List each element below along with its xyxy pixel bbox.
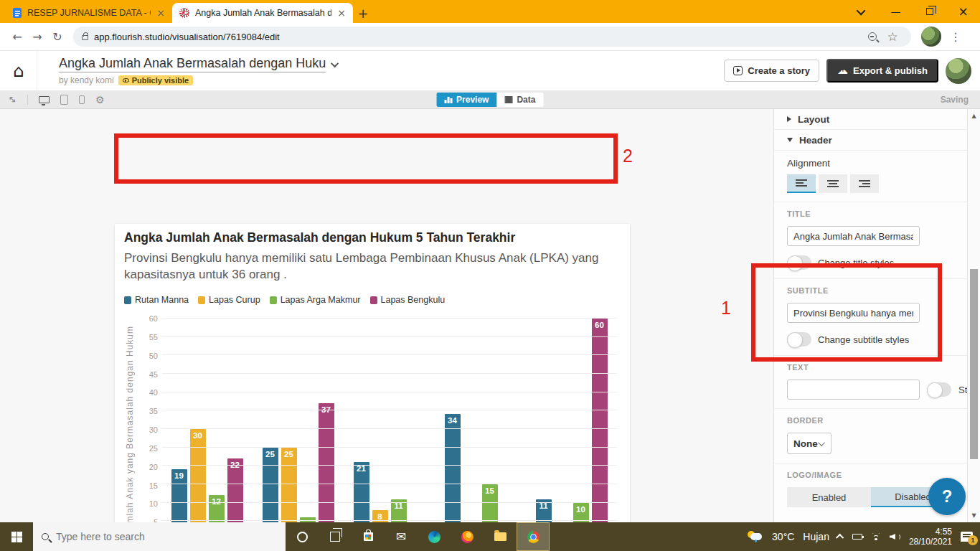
project-block: Angka Jumlah Anak Bermasalah dengan Huku… xyxy=(59,56,339,85)
firefox-icon xyxy=(461,531,473,543)
bar-slot: 11 xyxy=(391,319,407,540)
tab-close-icon[interactable]: × xyxy=(337,7,346,19)
subtitle-styles-toggle[interactable] xyxy=(787,332,811,347)
browser-menu-icon[interactable]: ⋮ xyxy=(946,27,966,47)
bar-2016-Lapas Bengkulu[interactable]: 37 xyxy=(319,403,334,540)
bar-group: 21811 xyxy=(344,319,435,540)
clock[interactable]: 4:55 28/10/2021 xyxy=(909,527,952,547)
search-input[interactable] xyxy=(56,531,277,542)
project-title[interactable]: Angka Jumlah Anak Bermasalah dengan Huku xyxy=(59,56,326,72)
weather-icon[interactable] xyxy=(748,531,763,542)
gridline xyxy=(161,484,617,484)
fullscreen-icon[interactable]: ↔ xyxy=(6,93,19,105)
home-button[interactable]: ⌂ xyxy=(0,51,37,90)
text-input[interactable] xyxy=(787,380,920,400)
reload-icon[interactable]: ↻ xyxy=(47,27,67,47)
restore-button[interactable] xyxy=(913,0,946,23)
url-text[interactable]: app.flourish.studio/visualisation/761908… xyxy=(94,32,862,42)
bar-2019-Lapas Bengkulu[interactable]: 60 xyxy=(592,319,608,540)
export-publish-button[interactable]: ☁ Export & publish xyxy=(826,59,938,83)
scrollbar-thumb[interactable] xyxy=(970,269,978,459)
bar-slot xyxy=(555,319,570,540)
gridline xyxy=(161,318,617,319)
padlock-icon[interactable] xyxy=(82,35,88,40)
zoom-out-icon[interactable] xyxy=(868,32,877,41)
taskbar-search[interactable] xyxy=(33,522,286,551)
text-section: TEXT Styling xyxy=(774,356,967,409)
y-tick-label: 60 xyxy=(149,314,158,323)
tab-preview[interactable]: Preview xyxy=(437,93,497,107)
notification-icon[interactable]: 1 xyxy=(961,532,973,542)
volume-button[interactable] xyxy=(890,534,900,540)
title-styles-toggle[interactable] xyxy=(787,255,811,270)
align-right-button[interactable] xyxy=(850,174,879,193)
browser-toolbar: ← → ↻ app.flourish.studio/visualisation/… xyxy=(0,23,980,51)
new-tab-button[interactable]: + xyxy=(353,3,373,23)
forward-icon[interactable]: → xyxy=(27,27,47,47)
tab-flourish-active[interactable]: Angka Jumlah Anak Bermasalah d × xyxy=(172,3,353,23)
browser-profile-avatar[interactable] xyxy=(921,27,941,47)
weather-text[interactable]: Hujan xyxy=(803,531,829,542)
settings-sidebar: Layout Header Alignment TITLE Change tit… xyxy=(773,109,967,522)
user-avatar[interactable] xyxy=(946,58,971,84)
bookmark-star-icon[interactable]: ☆ xyxy=(882,27,903,47)
chrome-button[interactable] xyxy=(517,522,550,551)
bar-value-label: 10 xyxy=(573,505,589,514)
tab-data[interactable]: Data xyxy=(496,93,543,107)
visibility-badge[interactable]: Publicly visible xyxy=(118,75,193,85)
panel-scrollbar[interactable]: ▲ ▼ xyxy=(967,109,980,522)
tab-resep-jurnalisme[interactable]: RESEP JURNALISME DATA - Goog × xyxy=(6,3,172,23)
align-left-icon xyxy=(796,179,807,187)
scroll-down-icon[interactable]: ▼ xyxy=(968,512,980,519)
task-view-button[interactable] xyxy=(319,522,352,551)
expanded-triangle-icon xyxy=(787,138,793,142)
desktop-preview-icon[interactable] xyxy=(39,96,50,103)
title-input[interactable] xyxy=(787,226,920,246)
bar-slot: 11 xyxy=(536,319,552,540)
temperature-text[interactable]: 30°C xyxy=(772,531,794,542)
border-select[interactable]: None xyxy=(787,433,831,454)
legend-swatch xyxy=(270,296,277,304)
legend-item[interactable]: Lapas Bengkulu xyxy=(370,295,446,305)
create-story-button[interactable]: Create a story xyxy=(724,60,819,82)
wifi-icon[interactable] xyxy=(871,533,881,540)
align-center-button[interactable] xyxy=(819,174,847,193)
tray-overflow-icon[interactable] xyxy=(836,534,844,542)
annotation-number-2: 2 xyxy=(623,146,633,166)
section-layout[interactable]: Layout xyxy=(774,109,967,130)
alignment-section: Alignment xyxy=(774,151,967,202)
firefox-button[interactable] xyxy=(451,522,484,551)
store-button[interactable] xyxy=(352,522,385,551)
chevron-down-icon[interactable] xyxy=(331,59,339,67)
back-icon[interactable]: ← xyxy=(7,27,27,47)
align-left-button[interactable] xyxy=(787,174,816,193)
minimize-button[interactable]: — xyxy=(879,0,913,23)
battery-icon[interactable] xyxy=(852,534,862,540)
url-bar[interactable]: app.flourish.studio/visualisation/761908… xyxy=(73,27,911,47)
gear-icon[interactable]: ⚙ xyxy=(95,95,105,105)
bar-value-label: 19 xyxy=(171,471,187,480)
file-explorer-button[interactable] xyxy=(484,522,517,551)
edge-button[interactable] xyxy=(418,522,451,551)
scroll-up-icon[interactable]: ▲ xyxy=(968,113,980,119)
eye-icon xyxy=(123,78,129,83)
legend-item[interactable]: Lapas Arga Makmur xyxy=(270,295,361,305)
close-button[interactable]: × xyxy=(946,0,980,23)
subtitle-input[interactable] xyxy=(787,303,920,323)
tab-search-chevron-icon[interactable] xyxy=(845,0,879,23)
start-button[interactable] xyxy=(0,522,33,551)
legend-item[interactable]: Rutan Manna xyxy=(124,295,189,305)
section-header[interactable]: Header xyxy=(774,130,967,151)
phone-preview-icon[interactable] xyxy=(79,95,85,104)
logo-enabled-button[interactable]: Enabled xyxy=(787,487,871,507)
styling-toggle[interactable] xyxy=(927,382,951,397)
cortana-button[interactable] xyxy=(286,522,319,551)
tablet-preview-icon[interactable] xyxy=(60,95,68,105)
tab-title: Angka Jumlah Anak Bermasalah d xyxy=(195,8,331,18)
title-section: TITLE Change title styles xyxy=(774,202,967,279)
help-button[interactable]: ? xyxy=(928,478,966,515)
mail-button[interactable]: ✉ xyxy=(385,522,418,551)
plot-area: 19301222252537218113415111060 xyxy=(161,319,617,541)
tab-close-icon[interactable]: × xyxy=(156,7,165,19)
legend-item[interactable]: Lapas Curup xyxy=(198,295,260,305)
